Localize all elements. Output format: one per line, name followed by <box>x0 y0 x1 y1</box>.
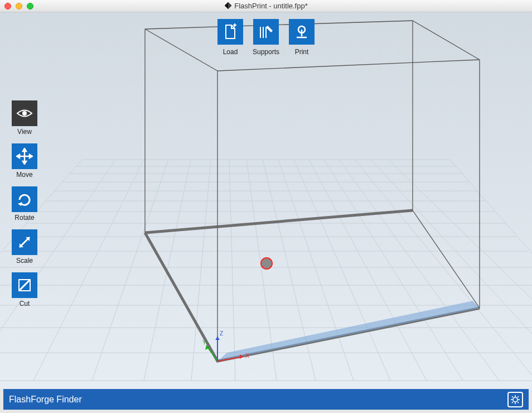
svg-line-32 <box>355 160 532 381</box>
app-logo-icon <box>224 2 232 9</box>
svg-line-82 <box>512 402 513 403</box>
scale-label: Scale <box>16 257 33 265</box>
svg-marker-64 <box>23 148 26 151</box>
svg-marker-65 <box>23 161 26 164</box>
build-plate-edge <box>217 301 480 361</box>
move-label: Move <box>16 171 32 179</box>
printer-config-icon <box>511 395 520 404</box>
rotate-icon <box>16 191 33 208</box>
scene-render: X Y Z <box>0 12 532 389</box>
supports-icon <box>258 23 274 40</box>
svg-line-43 <box>145 29 217 71</box>
scale-icon <box>16 234 33 251</box>
svg-line-33 <box>371 160 532 381</box>
scale-button[interactable]: Scale <box>10 229 39 265</box>
svg-marker-68 <box>18 202 22 206</box>
supports-label: Supports <box>253 48 279 56</box>
svg-line-81 <box>518 396 519 397</box>
load-button[interactable]: Load <box>217 19 243 56</box>
model-object[interactable] <box>261 258 272 269</box>
toolbar-left: View Move Rotate <box>10 100 39 313</box>
viewport-3d[interactable]: X Y Z Load <box>0 12 532 389</box>
cut-label: Cut <box>20 300 30 308</box>
print-label: Print <box>295 48 309 56</box>
print-button[interactable]: Print <box>289 19 315 56</box>
svg-line-31 <box>339 160 499 381</box>
axis-y-label: Y <box>202 339 206 345</box>
svg-line-40 <box>217 60 480 71</box>
svg-marker-0 <box>225 2 232 9</box>
svg-marker-50 <box>215 337 220 340</box>
move-button[interactable]: Move <box>10 143 39 179</box>
rotate-label: Rotate <box>14 214 34 222</box>
svg-line-29 <box>309 160 427 381</box>
svg-marker-66 <box>17 155 20 158</box>
toolbar-top: Load Supports <box>217 19 315 56</box>
rotate-button[interactable]: Rotate <box>10 186 39 222</box>
window-title: FlashPrint - untitle.fpp* <box>0 2 532 10</box>
view-label: View <box>17 128 32 136</box>
cut-icon <box>16 277 33 294</box>
print-icon <box>293 23 310 40</box>
statusbar: FlashForge Finder <box>3 389 529 410</box>
svg-line-41 <box>413 21 480 60</box>
svg-line-20 <box>33 160 144 381</box>
window-controls <box>0 3 33 9</box>
svg-line-44 <box>413 210 480 308</box>
close-button[interactable] <box>4 3 11 9</box>
eye-icon <box>16 104 33 122</box>
move-icon <box>16 148 33 165</box>
file-plus-icon <box>222 23 239 40</box>
svg-line-80 <box>518 402 519 403</box>
svg-marker-67 <box>30 155 32 158</box>
svg-line-30 <box>324 160 463 381</box>
printer-name: FlashForge Finder <box>9 395 82 405</box>
svg-point-61 <box>22 111 27 116</box>
svg-line-73 <box>19 280 30 291</box>
supports-button[interactable]: Supports <box>253 19 279 56</box>
titlebar: FlashPrint - untitle.fpp* <box>0 0 532 12</box>
axis-z-label: Z <box>220 330 223 337</box>
cut-button[interactable]: Cut <box>10 272 39 308</box>
svg-line-34 <box>388 160 532 381</box>
maximize-button[interactable] <box>27 3 33 9</box>
window-title-text: FlashPrint - untitle.fpp* <box>234 2 308 10</box>
svg-line-79 <box>512 396 513 397</box>
view-button[interactable]: View <box>10 100 39 136</box>
svg-point-51 <box>262 258 272 268</box>
minimize-button[interactable] <box>16 3 22 9</box>
svg-line-35 <box>450 160 532 381</box>
svg-line-21 <box>92 160 168 381</box>
svg-marker-1 <box>228 2 231 9</box>
printer-settings-button[interactable] <box>507 392 523 407</box>
svg-line-24 <box>229 160 235 381</box>
axis-x-label: X <box>245 353 249 359</box>
load-label: Load <box>223 48 238 56</box>
svg-point-74 <box>513 397 518 402</box>
